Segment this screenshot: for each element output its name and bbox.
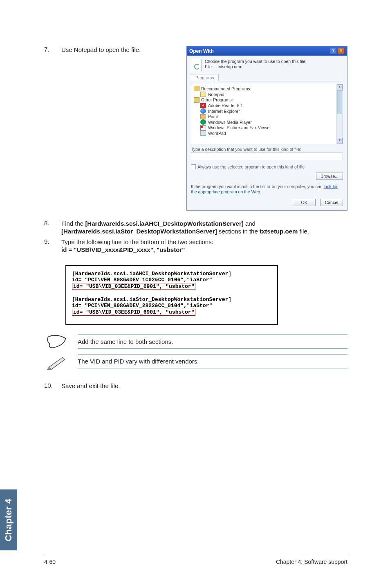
notepad-icon: [200, 92, 206, 97]
list-item[interactable]: Internet Explorer: [208, 109, 240, 114]
cancel-button[interactable]: Cancel: [320, 199, 343, 206]
page-number: 4-60: [44, 559, 56, 565]
scroll-thumb[interactable]: [337, 90, 342, 114]
step-7-text: Use Notepad to open the file.: [61, 46, 141, 54]
code-line: [HardwareIds.scsi.iaStor_DesktopWorkstat…: [72, 296, 271, 303]
description-label: Type a description that you want to use …: [191, 147, 343, 152]
note-icon: [46, 334, 69, 350]
list-item[interactable]: Paint: [208, 114, 218, 119]
file-name: txtsetup.oem: [218, 64, 242, 69]
always-use-checkbox[interactable]: [191, 164, 196, 169]
code-line: id= "PCI\VEN_8086&DEV_1C02&CC_0106","iaS…: [72, 277, 271, 283]
list-item[interactable]: Adobe Reader 8.1: [208, 103, 243, 108]
footer-chapter: Chapter 4: Software support: [276, 559, 347, 565]
code-block: [HardwareIds.scsi.iaAHCI_DesktopWorkstat…: [65, 265, 278, 325]
scroll-up-icon[interactable]: ▴: [337, 84, 343, 90]
step-8-number: 8.: [44, 220, 61, 227]
note-2: The VID and PID vary with different vend…: [78, 354, 347, 368]
other-header: Other Programs:: [201, 97, 233, 102]
step-10-text: Save and exit the file.: [61, 382, 120, 390]
code-highlight: id= "USB\VID_03EE&PID_6901", "usbstor": [72, 283, 195, 290]
step-7-number: 7.: [44, 46, 61, 53]
description-input[interactable]: [191, 153, 343, 160]
list-item[interactable]: WordPad: [208, 131, 226, 136]
ok-button[interactable]: OK: [293, 199, 316, 206]
wordpad-icon: [200, 130, 206, 136]
list-item-notepad[interactable]: Notepad: [208, 92, 224, 97]
browse-button[interactable]: Browse...: [316, 173, 343, 180]
folder-icon: [194, 97, 199, 103]
picture-fax-icon: [200, 125, 206, 130]
wmp-icon: [200, 119, 206, 125]
always-use-label: Always use the selected program to open …: [197, 164, 305, 169]
web-hint: If the program you want is not in the li…: [191, 184, 343, 195]
open-with-dialog: Open With ? × Choose the program you wan…: [186, 46, 347, 211]
adobe-icon: A: [200, 103, 206, 108]
close-icon[interactable]: ×: [338, 48, 345, 54]
step-9-number: 9.: [44, 238, 61, 245]
code-line: id= "PCI\VEN_8086&DEV_2822&CC_0104","iaS…: [72, 303, 271, 309]
code-line: [HardwareIds.scsi.iaAHCI_DesktopWorkstat…: [72, 271, 271, 277]
list-item[interactable]: Windows Picture and Fax Viewer: [208, 125, 271, 130]
folder-icon: [194, 86, 199, 91]
pencil-icon: [46, 354, 69, 370]
list-item[interactable]: Windows Media Player: [208, 120, 252, 125]
file-icon: [191, 59, 202, 71]
file-label: File:: [205, 64, 213, 69]
step-10-number: 10.: [44, 382, 61, 389]
ie-icon: [200, 108, 206, 114]
recommended-header: Recommended Programs:: [201, 86, 251, 91]
program-list[interactable]: Recommended Programs: Notepad Other Prog…: [191, 84, 343, 144]
tab-programs[interactable]: Programs: [191, 74, 219, 81]
help-icon[interactable]: ?: [330, 48, 337, 54]
code-highlight: id= "USB\VID_03EE&PID_6901", "usbstor": [72, 309, 195, 316]
step-8-text: Find the [HardwareIds.scsi.iaAHCI_Deskto…: [61, 220, 309, 235]
dialog-title: Open With: [189, 48, 214, 54]
paint-icon: [200, 114, 206, 119]
note-1: Add the same line to both sections.: [78, 334, 347, 349]
chapter-tab: Chapter 4: [0, 489, 17, 550]
scrollbar[interactable]: ▴ ▾: [336, 84, 343, 144]
step-9-text: Type the following line to the bottom of…: [61, 238, 213, 254]
dialog-prompt: Choose the program you want to use to op…: [205, 59, 307, 64]
scroll-down-icon[interactable]: ▾: [337, 138, 343, 144]
